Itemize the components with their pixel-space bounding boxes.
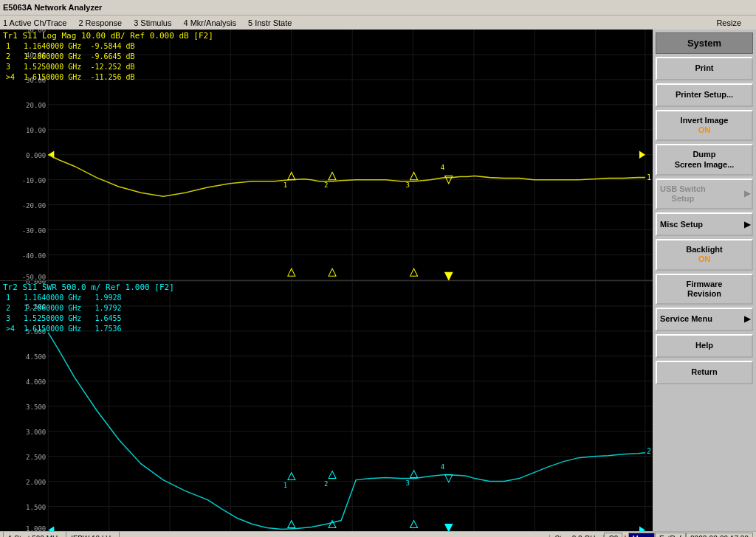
firmware-revision-button[interactable]: Firmware Revision [656, 274, 753, 305]
print-button[interactable]: Print [656, 57, 753, 80]
svg-text:1: 1 [284, 481, 287, 488]
service-menu-button[interactable]: Service Menu ▶ [656, 308, 753, 331]
usb-switch-button[interactable]: USB SwitchSetup ▶ [656, 179, 753, 209]
dump-screen-button[interactable]: Dump Screen Image... [656, 144, 753, 175]
svg-text:2.500: 2.500 [26, 453, 46, 460]
statusbar: 1 Start 500 MHz IFBW 10 kHz Stop 2.2 GHz… [0, 531, 756, 537]
svg-text:3: 3 [405, 181, 409, 189]
status-extref: ExtRef [655, 533, 686, 538]
status-datetime: 2023-03-20 17:39 [686, 533, 753, 538]
svg-text:4: 4 [441, 462, 444, 470]
svg-text:4.500: 4.500 [26, 353, 46, 360]
svg-text:20.00: 20.00 [26, 102, 46, 109]
trace1-panel: Tr1 S11 Log Mag 10.00 dB/ Ref 0.000 dB [… [0, 30, 653, 281]
status-right: Stop 2.2 GHz C2 ! Meas ExtRef 2023-03-20… [549, 533, 753, 538]
return-button[interactable]: Return [656, 361, 753, 384]
svg-text:2.000: 2.000 [26, 478, 46, 485]
svg-text:-20.00: -20.00 [22, 202, 47, 209]
svg-text:10.00: 10.00 [26, 127, 46, 134]
svg-text:4.000: 4.000 [26, 378, 46, 385]
menu-instr[interactable]: 5 Instr State [248, 18, 292, 27]
menu-stimulus[interactable]: 3 Stimulus [134, 18, 171, 27]
trace2-panel: Tr2 S11 SWR 500.0 m/ Ref 1.000 [F2] 1 1.… [0, 281, 653, 532]
trace2-header: Tr2 S11 SWR 500.0 m/ Ref 1.000 [F2] [3, 283, 174, 292]
svg-text:1.500: 1.500 [26, 503, 46, 510]
misc-setup-button[interactable]: Misc Setup ▶ [656, 212, 753, 236]
status-meas: Meas [628, 533, 655, 538]
svg-text:-50.00: -50.00 [22, 274, 47, 280]
invert-image-button[interactable]: Invert Image ON [656, 110, 753, 141]
app-title: E5063A Network Analyzer [3, 3, 102, 12]
status-ifbw: IFBW 10 kHz [66, 532, 120, 537]
svg-text:-30.00: -30.00 [22, 227, 47, 235]
svg-text:4: 4 [441, 164, 445, 171]
trace1-markers: 1 1.1640000 GHz -9.5844 dB 2 1.2860000 G… [6, 41, 135, 83]
chart-area: Tr1 S11 Log Mag 10.00 dB/ Ref 0.000 dB [… [0, 30, 653, 531]
system-title: System [656, 32, 753, 54]
svg-text:2: 2 [324, 181, 328, 189]
svg-text:2: 2 [647, 446, 651, 454]
titlebar: E5063A Network Analyzer [0, 0, 756, 15]
resize-button[interactable]: Resize [716, 18, 741, 27]
menu-mkr[interactable]: 4 Mkr/Analysis [183, 18, 236, 27]
trace2-markers: 1 1.1640000 GHz 1.9928 2 1.2860000 GHz 1… [6, 293, 122, 334]
svg-text:3.500: 3.500 [26, 403, 46, 410]
svg-text:2: 2 [324, 479, 328, 487]
backlight-button[interactable]: Backlight ON [656, 239, 753, 270]
svg-text:0.000: 0.000 [26, 152, 46, 159]
svg-text:3: 3 [405, 479, 409, 486]
menu-response[interactable]: 2 Response [78, 18, 122, 27]
svg-text:1.000: 1.000 [26, 525, 46, 531]
status-channel: C2 [604, 533, 622, 538]
svg-text:-10.00: -10.00 [22, 177, 47, 184]
svg-text:-40.00: -40.00 [22, 252, 47, 260]
menu-active-ch[interactable]: 1 Active Ch/Trace [3, 18, 66, 27]
svg-text:1: 1 [284, 181, 287, 189]
menubar: 1 Active Ch/Trace 2 Response 3 Stimulus … [0, 15, 756, 30]
status-start: 1 Start 500 MHz [3, 532, 66, 537]
trace1-header: Tr1 S11 Log Mag 10.00 dB/ Ref 0.000 dB [… [3, 31, 213, 41]
svg-text:1: 1 [647, 173, 651, 181]
help-button[interactable]: Help [656, 334, 753, 358]
right-panel: System Print Printer Setup... Invert Ima… [653, 30, 756, 531]
main-content: Tr1 S11 Log Mag 10.00 dB/ Ref 0.000 dB [… [0, 30, 756, 531]
printer-setup-button[interactable]: Printer Setup... [656, 83, 753, 107]
svg-text:3.000: 3.000 [26, 428, 46, 435]
